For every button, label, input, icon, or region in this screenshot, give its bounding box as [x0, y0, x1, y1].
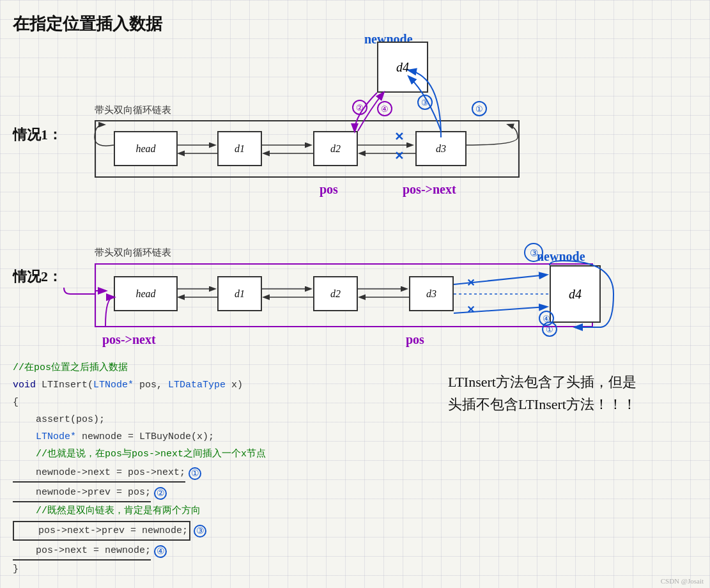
- node2-head: head: [114, 276, 178, 311]
- watermark: CSDN @Josait: [661, 577, 704, 585]
- node2-d1: d1: [217, 276, 262, 311]
- code-section: //在pos位置之后插入数据 void LTInsert( LTNode* po…: [13, 359, 383, 578]
- newnode-label-2: newnode: [537, 249, 585, 264]
- pos-label-2: pos: [406, 332, 424, 347]
- svg-text:④: ④: [381, 104, 389, 114]
- code-newnode-decl: newnode = LTBuyNode(x);: [76, 428, 214, 445]
- code-line7-boxed: pos->next->prev = newnode;: [13, 521, 190, 541]
- code-comment2: //也就是说，在pos与pos->next之间插入一个x节点: [13, 445, 266, 463]
- code-ltnodetype: LTNode*: [93, 376, 134, 394]
- code-line5: newnode->next = pos->next;: [13, 464, 185, 483]
- svg-text:③: ③: [421, 98, 429, 107]
- node2-d2: d2: [313, 276, 358, 311]
- svg-point-12: [378, 102, 392, 116]
- step3-circle: ③: [194, 525, 206, 538]
- step4-circle: ④: [154, 545, 167, 558]
- pos-next-label-2: pos->next: [102, 332, 156, 347]
- newnode-box-2: d4: [550, 265, 601, 323]
- svg-point-6: [472, 102, 486, 116]
- step2-circle: ②: [154, 487, 167, 500]
- code-comment1: //在pos位置之后插入数据: [13, 359, 128, 376]
- pos-label-1: pos: [320, 182, 338, 197]
- code-void: void: [13, 376, 42, 394]
- node1-d1: d1: [217, 131, 262, 166]
- svg-text:②: ②: [356, 103, 364, 112]
- newnode-box-1: d4: [377, 42, 428, 93]
- page-title: 在指定位置插入数据: [13, 13, 162, 35]
- situation2-label: 情况2：: [13, 267, 62, 286]
- info-text: LTInsert方法包含了头插，但是 头插不包含LTInsert方法！！！: [448, 371, 691, 415]
- code-func: LTInsert(: [42, 376, 93, 394]
- code-line6: newnode->prev = pos;: [13, 484, 151, 502]
- code-x-param: x): [226, 376, 243, 394]
- code-assert: assert(pos);: [13, 411, 105, 428]
- node2-d3: d3: [409, 276, 454, 311]
- svg-point-8: [353, 100, 367, 114]
- step1-circle: ①: [189, 467, 201, 480]
- code-brace-close: }: [13, 561, 19, 578]
- belt-label-1: 带头双向循环链表: [95, 104, 171, 116]
- code-ltnodestar2: LTNode*: [36, 428, 76, 445]
- node1-d3: d3: [415, 131, 467, 166]
- situation1-label: 情况1：: [13, 125, 62, 144]
- belt-label-2: 带头双向循环链表: [95, 247, 171, 259]
- code-ltdatatype: LTDataType: [168, 376, 226, 394]
- code-comment3: //既然是双向链表，肯定是有两个方向: [13, 502, 201, 520]
- code-pos-param: pos,: [134, 376, 168, 394]
- node1-head: head: [114, 131, 178, 166]
- pos-next-label-1: pos->next: [403, 182, 456, 197]
- node1-d2: d2: [313, 131, 358, 166]
- code-ltnodestar: [13, 428, 36, 445]
- svg-text:①: ①: [475, 104, 483, 114]
- svg-point-10: [418, 95, 432, 109]
- code-line8: pos->next = newnode;: [13, 542, 151, 561]
- code-brace-open: {: [13, 394, 19, 411]
